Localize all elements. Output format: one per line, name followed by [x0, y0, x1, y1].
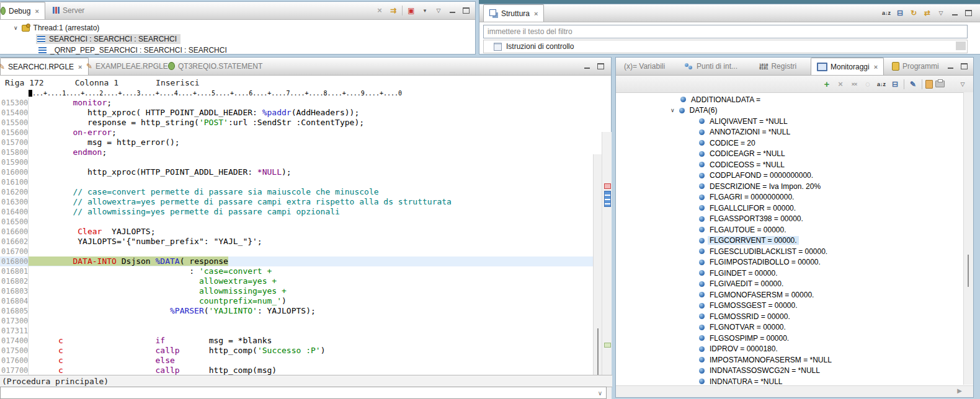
watch-item[interactable]: FLGIMPOSTADIBOLLO = 00000.: [616, 257, 973, 268]
watch-item[interactable]: ALIQIVAVENT = *NULL: [616, 116, 973, 127]
code-line[interactable]: 015300 monitor;: [0, 98, 611, 108]
minimize-icon[interactable]: [581, 61, 592, 72]
tab-variabili[interactable]: (x)= Variabili: [618, 58, 670, 74]
maximize-icon[interactable]: [958, 61, 969, 72]
code-line[interactable]: 016802 allowextra=yes +: [0, 276, 611, 286]
outline-scrollbar[interactable]: [956, 42, 966, 50]
close-icon[interactable]: ×: [534, 10, 538, 17]
view-menu-icon[interactable]: ▽: [935, 7, 947, 19]
watch-hscrollbar[interactable]: ▶: [616, 385, 973, 397]
close-icon[interactable]: ×: [35, 7, 38, 15]
watch-item[interactable]: FLGSOSPIMP = 00000.: [616, 333, 973, 344]
watch-item[interactable]: FLGMONOFASERSM = 00000.: [616, 289, 973, 300]
code-line[interactable]: 015900: [0, 157, 611, 167]
code-line[interactable]: 016000 http_xproc(HTTP_POINT_ADDL_HEADER…: [0, 167, 611, 177]
code-line[interactable]: 017300: [0, 316, 611, 326]
tab-registri[interactable]: 10100101 Registri: [754, 58, 802, 74]
scroll-right-arrow-icon[interactable]: ▶: [957, 387, 962, 394]
editor-scrollbar[interactable]: [593, 154, 602, 399]
tab-struttura[interactable]: Struttura ×: [483, 4, 544, 22]
tab-monitoraggi[interactable]: Monitoraggi ×: [811, 58, 884, 75]
tab-exampleae[interactable]: ✎ EXAMPLEAE.RPGLE: [81, 58, 174, 74]
sort-az-icon[interactable]: a↓z: [876, 79, 887, 90]
error-marker[interactable]: [604, 183, 611, 189]
add-monitor-icon[interactable]: +: [821, 79, 832, 90]
watch-item[interactable]: DESCRIZIONE = Iva Impon. 20%: [616, 181, 973, 192]
code-area[interactable]: 015300 monitor;015400 http_xproc( HTTP_P…: [0, 98, 611, 375]
close-icon[interactable]: ×: [874, 63, 878, 71]
tab-programmi[interactable]: Programmi: [886, 58, 945, 74]
code-line[interactable]: 016700: [0, 247, 611, 256]
code-line[interactable]: 017311: [0, 326, 611, 336]
sort-az-icon[interactable]: a↓z: [881, 7, 892, 19]
watch-item[interactable]: ∨DATA(6): [616, 105, 973, 116]
code-line[interactable]: 017500 c callp http_comp('Successo :P'): [0, 346, 611, 356]
remove-all-monitors-icon[interactable]: ××: [849, 79, 860, 90]
stack-frame-row[interactable]: SEARCHCI : SEARCHCI : SEARCHCI: [0, 33, 475, 45]
thread-row[interactable]: ∨ Thread:1 (arrestato): [0, 22, 475, 33]
watch-item[interactable]: CODICEOSS = *NULL: [616, 159, 973, 170]
code-line[interactable]: 016800 DATA-INTO Dsjson %DATA( response: [0, 256, 611, 266]
code-line[interactable]: 015500 response = http_string('POST':url…: [0, 118, 611, 128]
code-line[interactable]: 016804 countprefix=num_'): [0, 296, 611, 306]
code-line[interactable]: 017400 c if msg = *blanks: [0, 336, 611, 346]
remove-terminated-icon[interactable]: ×: [374, 5, 385, 16]
print-icon[interactable]: [935, 81, 945, 87]
watch-item[interactable]: IDPROV = 0000180.: [616, 344, 973, 355]
code-line[interactable]: 016801 : 'case=convert +: [0, 266, 611, 276]
change-value-icon[interactable]: ✎: [907, 79, 919, 90]
scrollbar-thumb[interactable]: [597, 328, 599, 378]
watch-item[interactable]: FLGASSPORT398 = 00000.: [616, 214, 973, 225]
watch-item[interactable]: CODICE = 20: [616, 138, 973, 149]
code-line[interactable]: 016400 // allowmissing=yes permette di p…: [0, 207, 611, 217]
watch-item[interactable]: FLGAUTOUE = 00000.: [616, 224, 973, 235]
code-line[interactable]: 016200 // case=convert permette di passa…: [0, 187, 611, 197]
code-line[interactable]: 016602 YAJLOPTS='{"number_prefix": "YAJL…: [0, 237, 611, 247]
tab-punti-di-int[interactable]: Punti di int...: [679, 58, 743, 74]
minimize-icon[interactable]: [447, 5, 458, 16]
tab-searchci[interactable]: ✎ SEARCHCI.RPGLE ×: [0, 58, 89, 75]
highlight-marker[interactable]: [604, 343, 611, 348]
collapse-all-icon[interactable]: ⊟: [889, 79, 901, 90]
watch-item[interactable]: FLGINDET = 00000.: [616, 268, 973, 279]
step-filters-icon[interactable]: ⇉: [388, 5, 399, 16]
scrollbar-thumb[interactable]: [968, 255, 969, 287]
outline-filter-input[interactable]: immettere il testo del filtro: [483, 25, 968, 38]
watch-item[interactable]: ADDITIONALDATA =: [616, 94, 973, 105]
watch-item[interactable]: FLGMOSSRID = 00000.: [616, 311, 973, 322]
watch-item[interactable]: CODPLAFOND = 0000000000.: [616, 170, 973, 182]
chevron-down-icon[interactable]: ∨: [670, 107, 675, 113]
collapse-all-icon[interactable]: ⊟: [894, 7, 906, 19]
remove-monitor-icon[interactable]: ×: [835, 79, 846, 90]
paste-icon[interactable]: [925, 80, 933, 89]
chevron-down-icon[interactable]: ∨: [14, 25, 18, 31]
watch-vscrollbar[interactable]: [963, 92, 973, 385]
tab-qt3reqio[interactable]: QT3REQIO.STATEMENT: [163, 58, 268, 74]
watch-item[interactable]: INDNATASSOSWCG2N = *NULL: [616, 366, 973, 377]
watch-item[interactable]: FLGNOTVAR = 00000.: [616, 322, 973, 333]
maximize-icon[interactable]: [963, 7, 974, 19]
watch-item[interactable]: FLGMOSSGEST = 00000.: [616, 300, 973, 312]
code-line[interactable]: 015700 msg = http_error();: [0, 138, 611, 147]
view-menu-icon[interactable]: ▽: [957, 79, 968, 90]
watch-item[interactable]: FLGIVAEDIT = 00000.: [616, 279, 973, 290]
maximize-icon[interactable]: [595, 61, 606, 72]
watch-item[interactable]: FLGCORRVENT = 00000.: [616, 235, 973, 247]
code-line[interactable]: 016500: [0, 217, 611, 227]
refresh-icon[interactable]: ↻: [908, 7, 919, 19]
outline-item-row[interactable]: Istruzioni di controllo: [483, 40, 968, 53]
dropdown-icon[interactable]: ▾: [419, 5, 430, 16]
view-menu-icon[interactable]: ▽: [433, 5, 444, 16]
watch-item[interactable]: FLGESCLUDIBLACKLIST = 00000.: [616, 246, 973, 257]
code-line[interactable]: 016600 Clear YAJLOPTS;: [0, 227, 611, 237]
overview-ruler[interactable]: [602, 132, 612, 399]
watch-item[interactable]: ANNOTAZIONI = *NULL: [616, 127, 973, 138]
minimize-icon[interactable]: [949, 7, 960, 19]
code-line[interactable]: 015600 on-error;: [0, 128, 611, 138]
debug-target-icon[interactable]: ▣: [406, 5, 417, 16]
code-line[interactable]: 015800 endmon;: [0, 147, 611, 157]
watch-item[interactable]: INDNATURA = *NULL: [616, 376, 973, 385]
tab-debug[interactable]: Debug ×: [0, 2, 45, 19]
watch-item[interactable]: FLGALLCLIFOR = 00000.: [616, 203, 973, 214]
code-line[interactable]: 016805 %PARSER('YAJLINTO': YAJLOPTS);: [0, 306, 611, 316]
